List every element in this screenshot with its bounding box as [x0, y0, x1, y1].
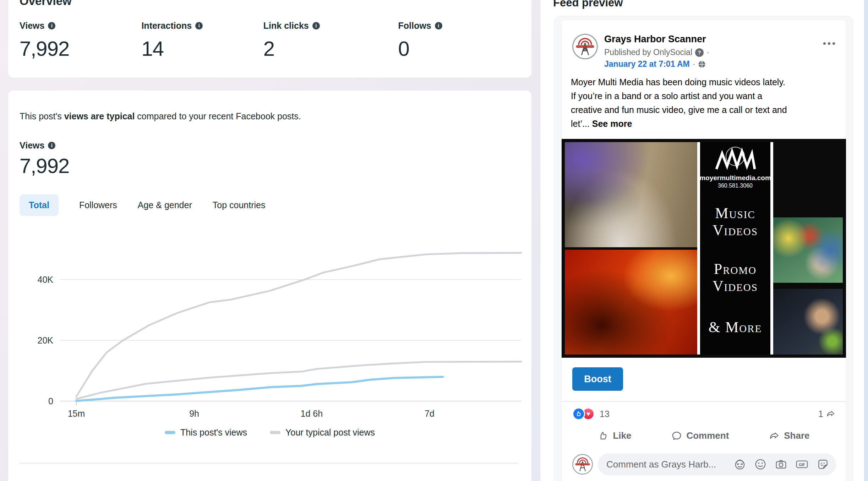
overview-card: Overview Viewsi 7,992 Interactionsi 14 L… — [8, 0, 531, 78]
facebook-post-card: Grays Harbor Scanner Published by OnlySo… — [562, 20, 846, 481]
post-header: Grays Harbor Scanner Published by OnlySo… — [562, 20, 846, 69]
collage-line-videos: Videos — [713, 222, 758, 239]
comment-icon — [671, 431, 682, 441]
svg-text:9h: 9h — [189, 409, 199, 418]
info-icon[interactable]: i — [312, 22, 320, 29]
post-options-icon[interactable]: ••• — [823, 38, 837, 49]
info-icon[interactable]: i — [435, 22, 442, 29]
avatar-sticker-icon[interactable] — [734, 458, 746, 470]
summary-prefix: This post's — [20, 111, 64, 121]
post-body-text: Moyer Multi Media has been doing music v… — [562, 69, 846, 131]
share-arrow-icon — [826, 409, 835, 418]
info-icon[interactable]: i — [48, 142, 55, 149]
stat-link-clicks: Link clicksi 2 — [263, 21, 398, 60]
views-label: Viewsi — [20, 140, 55, 151]
feed-preview-panel: Feed preview Grays Harbor Scanner Publis… — [540, 0, 868, 481]
post-image-collage[interactable]: moyermultimedia.com 360.581.3060 Music V… — [562, 139, 846, 358]
overview-title: Overview — [20, 0, 72, 8]
views-breakdown-tabs: Total Followers Age & gender Top countri… — [20, 194, 265, 216]
views-value: 7,992 — [20, 154, 69, 178]
info-icon[interactable]: i — [195, 22, 203, 29]
stat-interactions: Interactionsi 14 — [141, 21, 263, 60]
sticker-icon[interactable] — [817, 458, 829, 470]
page-avatar[interactable] — [572, 34, 598, 59]
stage-photo — [565, 142, 697, 247]
summary-suffix: compared to your recent Facebook posts. — [135, 111, 301, 121]
legend-swatch-blue — [165, 431, 175, 434]
stat-interactions-value: 14 — [141, 37, 263, 60]
reaction-count[interactable]: 13 — [600, 409, 610, 419]
gif-icon[interactable]: GIF — [796, 458, 808, 470]
collage-phone: 360.581.3060 — [718, 183, 753, 189]
tab-top-countries[interactable]: Top countries — [213, 194, 266, 216]
svg-text:0: 0 — [48, 396, 53, 406]
share-icon — [769, 431, 780, 441]
comment-input[interactable]: Comment as Grays Harb... — [598, 453, 836, 475]
svg-text:7d: 7d — [425, 409, 435, 418]
info-icon[interactable]: i — [48, 22, 55, 29]
post-timestamp[interactable]: January 22 at 7:01 AM · — [604, 59, 823, 69]
reaction-summary[interactable]: ♥ 13 — [572, 407, 610, 420]
camera-icon[interactable] — [775, 458, 787, 470]
help-icon[interactable]: ? — [695, 48, 704, 57]
scrollbar-track[interactable] — [864, 0, 868, 481]
svg-text:20K: 20K — [38, 335, 54, 345]
stat-link-clicks-value: 2 — [263, 37, 398, 60]
video-thumb-2 — [773, 214, 843, 283]
svg-text:1d 6h: 1d 6h — [301, 409, 323, 418]
legend-this-post: This post's views — [165, 427, 247, 438]
chart-legend: This post's views Your typical post view… — [8, 427, 531, 438]
share-button[interactable]: Share — [763, 427, 816, 445]
stat-follows-label: Follows — [398, 21, 431, 31]
globe-icon — [698, 60, 706, 68]
like-icon — [598, 431, 608, 441]
stat-link-clicks-label: Link clicks — [263, 21, 309, 31]
emoji-icon[interactable] — [754, 458, 766, 470]
stat-views-value: 7,992 — [20, 37, 141, 60]
tab-age-gender[interactable]: Age & gender — [138, 194, 192, 216]
like-reaction-icon — [572, 407, 585, 420]
legend-swatch-gray — [270, 431, 280, 434]
mmm-logo — [712, 146, 758, 172]
red-scene-photo — [565, 250, 697, 355]
divider — [20, 463, 518, 464]
boost-button[interactable]: Boost — [572, 367, 623, 391]
stat-follows: Followsi 0 — [398, 21, 520, 60]
collage-left-column — [565, 142, 697, 355]
comment-button[interactable]: Comment — [665, 427, 735, 445]
share-count[interactable]: 1 — [818, 409, 835, 419]
collage-line-more: & More — [709, 319, 762, 336]
views-summary-text: This post's views are typical compared t… — [20, 111, 301, 121]
collage-line-promo: Promo — [714, 260, 757, 277]
feed-preview-title: Feed preview — [553, 0, 623, 9]
stat-views-label: Views — [20, 21, 44, 31]
comment-placeholder: Comment as Grays Harb... — [606, 459, 734, 470]
svg-text:15m: 15m — [68, 409, 85, 418]
see-more-link[interactable]: See more — [592, 119, 632, 129]
tab-total[interactable]: Total — [20, 194, 59, 216]
tab-followers[interactable]: Followers — [79, 194, 117, 216]
video-thumb-3 — [773, 285, 843, 355]
collage-line-videos2: Videos — [713, 277, 758, 294]
views-performance-card: This post's views are typical compared t… — [8, 91, 531, 481]
collage-domain: moyermultimedia.com — [699, 174, 771, 182]
svg-text:40K: 40K — [38, 275, 54, 285]
video-thumb-1 — [773, 142, 843, 211]
feed-preview-frame: Grays Harbor Scanner Published by OnlySo… — [554, 16, 853, 481]
overview-stats-row: Viewsi 7,992 Interactionsi 14 Link click… — [20, 21, 520, 60]
stat-interactions-label: Interactions — [141, 21, 192, 31]
collage-right-column — [773, 142, 843, 355]
post-author-name[interactable]: Grays Harbor Scanner — [604, 34, 823, 45]
reactions-row: ♥ 13 1 — [562, 402, 846, 423]
collage-text-column: moyermultimedia.com 360.581.3060 Music V… — [697, 142, 773, 355]
like-button[interactable]: Like — [591, 427, 638, 445]
collage-line-music: Music — [715, 205, 755, 222]
views-line-chart: 020K40K15m9h1d 6h7d — [14, 240, 525, 425]
legend-typical: Your typical post views — [270, 427, 375, 438]
post-actions-row: Like Comment Share — [562, 423, 846, 447]
stat-views: Viewsi 7,992 — [20, 21, 141, 60]
comment-composer-row: Comment as Grays Harb... — [562, 447, 846, 475]
page-avatar — [572, 454, 593, 475]
post-published-by: Published by OnlySocial ? · — [604, 48, 823, 57]
svg-text:GIF: GIF — [799, 463, 805, 467]
